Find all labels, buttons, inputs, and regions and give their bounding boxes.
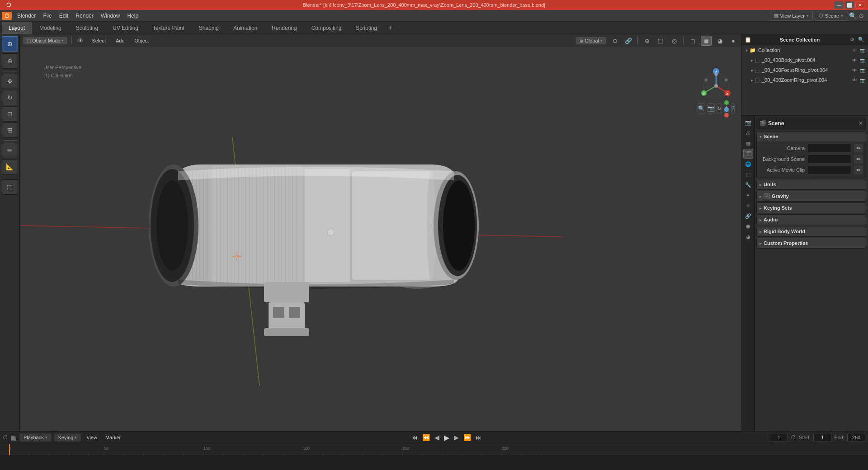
tab-modeling[interactable]: Modeling [33, 22, 68, 34]
menu-window[interactable]: Window [97, 11, 124, 21]
material-shading-btn[interactable]: ◕ [714, 36, 725, 46]
viewport-3d[interactable]: ⬚ Object Mode ▾ 👁 Select Add Object ⊕ Gl… [20, 34, 741, 431]
props-tab-data[interactable]: ⬟ [743, 221, 753, 231]
view-dropdown[interactable]: View [84, 434, 100, 441]
collection-camera-icon[interactable]: 📷 [859, 47, 866, 54]
rotate-tool[interactable]: ↻ [2, 90, 18, 105]
viewport-global-transform[interactable]: ⊕ Global ▾ [576, 37, 607, 45]
add-workspace-button[interactable]: + [385, 22, 396, 34]
gizmo-zoom-icon[interactable]: 🔍 [698, 103, 705, 113]
start-frame-input[interactable]: 1 [813, 433, 831, 442]
tab-scripting[interactable]: Scripting [349, 22, 384, 34]
menu-blender[interactable]: Blender [14, 11, 39, 21]
tab-rendering[interactable]: Rendering [265, 22, 303, 34]
minimize-button[interactable]: — [835, 1, 844, 9]
next-frame-btn[interactable]: ▶ [453, 434, 460, 441]
menu-edit[interactable]: Edit [56, 11, 72, 21]
props-tab-modifier[interactable]: 🔧 [743, 180, 753, 190]
section-audio-header[interactable]: ▸ Audio [757, 215, 866, 225]
bg-scene-value[interactable] [807, 155, 851, 164]
annotate-tool[interactable]: ✏ [2, 143, 18, 158]
add-menu[interactable]: Add [112, 37, 128, 44]
menu-file[interactable]: File [39, 11, 55, 21]
timeline-frames[interactable] [0, 456, 868, 470]
tab-sculpting[interactable]: Sculpting [69, 22, 105, 34]
menu-settings-icon[interactable]: ⚙ [859, 12, 864, 19]
props-tab-render[interactable]: 📷 [743, 118, 753, 127]
marker-dropdown[interactable]: Marker [103, 434, 123, 441]
props-tab-constraints[interactable]: 🔗 [743, 211, 753, 221]
view-menu-icon[interactable]: 👁 [75, 37, 85, 44]
move-tool[interactable]: ✥ [2, 74, 18, 89]
props-tab-world[interactable]: 🌐 [743, 159, 753, 169]
section-units-header[interactable]: ▸ Units [757, 179, 866, 189]
section-rigid-body-header[interactable]: ▸ Rigid Body World [757, 226, 866, 236]
show-overlays-icon[interactable]: ⬚ [655, 36, 666, 46]
movie-clip-value[interactable] [807, 165, 851, 174]
gizmo-camera-icon[interactable]: 📷 [707, 103, 715, 113]
outliner-item-1[interactable]: ▸ ⬚ _00_400FocusRing_pivot.004 👁 📷 [742, 65, 868, 75]
menu-search-icon[interactable]: 🔍 [849, 12, 857, 19]
viewlayer-dropdown[interactable]: ▦ View Layer ▾ [770, 11, 813, 21]
movie-clip-edit-btn[interactable]: ✏ [854, 165, 863, 174]
tab-texture-paint[interactable]: Texture Paint [146, 22, 191, 34]
section-keying-header[interactable]: ▸ Keying Sets [757, 203, 866, 213]
camera-value[interactable] [807, 144, 851, 153]
add-cube-tool[interactable]: ⬚ [2, 179, 18, 195]
wireframe-shading-btn[interactable]: ◻ [687, 36, 698, 46]
item-2-camera-icon[interactable]: 📷 [859, 76, 866, 84]
props-tab-scene[interactable]: 🎬 [743, 149, 753, 159]
jump-next-keyframe-btn[interactable]: ⏩ [462, 434, 472, 441]
outliner-item-2[interactable]: ▸ ⬚ _00_400ZoomRing_pivot.004 👁 📷 [742, 75, 868, 85]
item-1-eye-icon[interactable]: 👁 [851, 66, 858, 74]
keying-dropdown[interactable]: Keying ▾ [54, 433, 81, 442]
close-button[interactable]: ✕ [855, 1, 864, 9]
bg-scene-edit-btn[interactable]: ✏ [854, 155, 863, 164]
item-0-eye-icon[interactable]: 👁 [851, 56, 858, 64]
object-mode-dropdown[interactable]: ⬚ Object Mode ▾ [23, 37, 68, 45]
solid-shading-btn[interactable]: ◼ [701, 36, 712, 46]
props-tab-particles[interactable]: ✦ [743, 190, 753, 200]
section-scene-header[interactable]: ▾ Scene [757, 132, 866, 141]
rendered-shading-btn[interactable]: ● [728, 36, 739, 46]
item-0-camera-icon[interactable]: 📷 [859, 56, 866, 64]
filter-icon[interactable]: ⚙ [848, 36, 856, 44]
outliner-collection-row[interactable]: ▾ 📁 Collection 👁 📷 [742, 45, 868, 55]
jump-prev-keyframe-btn[interactable]: ⏪ [421, 434, 431, 441]
jump-to-end-btn[interactable]: ⏭ [474, 434, 483, 441]
transform-tool[interactable]: ⊞ [2, 122, 18, 138]
object-menu[interactable]: Object [131, 37, 153, 44]
gizmo-orbit-icon[interactable]: ↻ [717, 103, 722, 113]
current-frame-input[interactable]: 1 [770, 433, 788, 442]
tab-layout[interactable]: Layout [2, 22, 32, 34]
props-tab-object[interactable]: ⬚ [743, 169, 753, 179]
outliner-item-0[interactable]: ▸ ⬚ _00_400Body_pivot.004 👁 📷 [742, 55, 868, 65]
select-menu[interactable]: Select [88, 37, 109, 44]
end-frame-input[interactable]: 250 [847, 433, 865, 442]
props-tab-output[interactable]: 🖨 [743, 128, 753, 138]
menu-render[interactable]: Render [72, 11, 97, 21]
props-tab-material[interactable]: ◕ [743, 232, 753, 242]
item-2-eye-icon[interactable]: 👁 [851, 76, 858, 84]
gravity-checkbox[interactable]: ✓ [764, 193, 770, 199]
jump-to-start-btn[interactable]: ⏮ [410, 434, 419, 441]
show-xray-icon[interactable]: ◎ [669, 36, 679, 46]
menu-help[interactable]: Help [123, 11, 142, 21]
measure-tool[interactable]: 📐 [2, 159, 18, 174]
gizmo-question-icon[interactable]: ? [731, 103, 735, 113]
item-1-camera-icon[interactable]: 📷 [859, 66, 866, 74]
props-tab-view-layer[interactable]: ▦ [743, 138, 753, 148]
section-custom-props-header[interactable]: ▸ Custom Properties [757, 238, 866, 248]
cursor-tool[interactable]: ⊕ [2, 53, 18, 69]
proportional-editing-icon[interactable]: ⊙ [609, 36, 620, 46]
snap-icon[interactable]: 🔗 [623, 36, 634, 46]
maximize-button[interactable]: ⬜ [845, 1, 854, 9]
scene-props-close-btn[interactable]: ✕ [859, 120, 863, 127]
playback-dropdown[interactable]: Playback ▾ [19, 433, 52, 442]
show-gizmo-icon[interactable]: ⊕ [642, 36, 652, 46]
tab-compositing[interactable]: Compositing [305, 22, 349, 34]
scene-dropdown[interactable]: ⬡ Scene ▾ [815, 11, 847, 21]
play-btn[interactable]: ▶ [443, 433, 451, 442]
section-gravity-header[interactable]: ▸ ✓ Gravity [757, 191, 866, 201]
tab-shading[interactable]: Shading [192, 22, 226, 34]
